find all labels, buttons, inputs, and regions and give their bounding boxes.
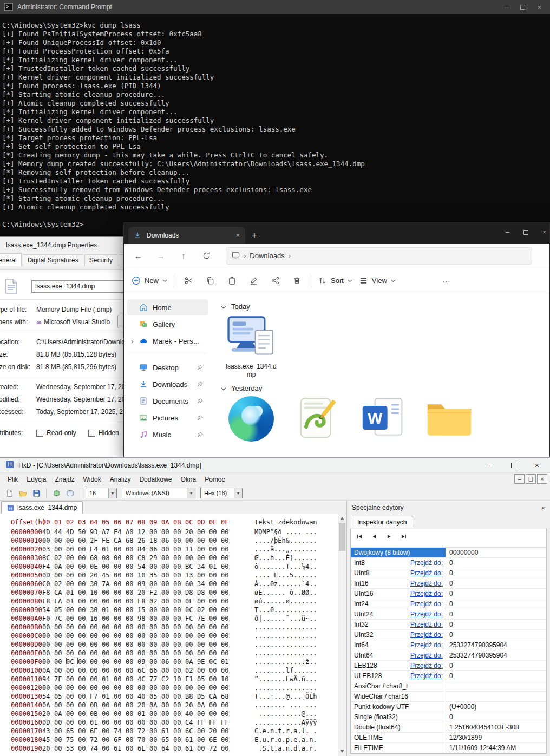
hex-byte[interactable]: 00 <box>42 623 54 632</box>
hex-byte[interactable]: 00 <box>78 735 90 744</box>
inspector-value[interactable]: 0 <box>446 589 546 599</box>
goto-link[interactable]: Przejdź do: <box>409 662 446 669</box>
hex-byte[interactable]: 00 <box>161 683 173 692</box>
save-button[interactable] <box>30 488 42 499</box>
hex-byte[interactable]: 05 <box>54 692 66 701</box>
hex-byte[interactable]: 00 <box>209 528 221 536</box>
sidebar-item-gallery[interactable]: Gallery <box>127 316 208 332</box>
hex-byte[interactable]: 00 <box>173 640 185 649</box>
hex-byte[interactable]: 00 <box>149 606 161 614</box>
hex-byte[interactable]: 6E <box>90 727 102 735</box>
cut-button[interactable] <box>181 273 196 288</box>
hex-byte[interactable]: 00 <box>197 683 209 692</box>
hex-byte[interactable]: 00 <box>114 562 126 571</box>
hex-byte[interactable]: 00 <box>173 580 185 588</box>
hex-byte[interactable]: 00 <box>126 683 138 692</box>
hex-byte[interactable]: 00 <box>114 632 126 640</box>
encoding-select[interactable]: Windows (ANSI)▼ <box>122 488 195 498</box>
hex-byte[interactable]: 00 <box>209 536 221 545</box>
hex-byte[interactable]: 00 <box>66 606 78 614</box>
inspector-value[interactable]: 0 <box>446 620 546 629</box>
hex-byte[interactable]: 00 <box>66 536 78 545</box>
hex-byte[interactable]: 00 <box>78 658 90 666</box>
hex-byte[interactable]: 00 <box>221 597 233 606</box>
hex-byte[interactable]: 00 <box>42 640 54 649</box>
open-disk-button[interactable] <box>64 488 76 499</box>
hex-byte[interactable]: 00 <box>149 528 161 536</box>
address-bar[interactable]: › Downloads › <box>226 247 532 265</box>
hex-byte[interactable]: 00 <box>54 536 66 545</box>
goto-link[interactable]: Przejdź do: <box>409 621 446 628</box>
hex-byte[interactable]: 00 <box>161 709 173 718</box>
explorer-tab-downloads[interactable]: Downloads × <box>128 227 245 244</box>
hex-byte[interactable]: 00 <box>54 623 66 632</box>
hex-byte[interactable]: 00 <box>126 718 138 727</box>
hex-byte[interactable]: 00 <box>209 675 221 683</box>
hex-byte[interactable]: 00 <box>209 580 221 588</box>
hex-byte[interactable]: 12 <box>138 528 149 536</box>
hex-byte[interactable]: 50 <box>78 528 90 536</box>
hex-byte[interactable]: 00 <box>221 649 233 658</box>
hex-byte[interactable]: 00 <box>209 683 221 692</box>
hex-byte[interactable]: 45 <box>102 571 114 580</box>
hex-byte[interactable]: 05 <box>149 692 161 701</box>
hex-byte[interactable]: 00 <box>126 658 138 666</box>
hex-byte[interactable]: 00 <box>173 554 185 562</box>
hex-view[interactable]: Offset(h) 000102030405060708090A0B0C0D0E… <box>0 514 346 756</box>
minimize-icon[interactable]: – <box>506 228 509 236</box>
hex-byte[interactable]: 01 <box>66 597 78 606</box>
goto-link[interactable]: Przejdź do: <box>409 610 446 618</box>
hex-byte[interactable]: 00 <box>197 571 209 580</box>
hex-byte[interactable]: 00 <box>126 562 138 571</box>
hex-byte[interactable]: 00 <box>209 588 221 597</box>
hex-byte[interactable]: 00 <box>149 727 161 735</box>
file-tile-edge[interactable] <box>224 396 278 442</box>
hex-byte[interactable]: 00 <box>114 718 126 727</box>
hex-byte[interactable]: 00 <box>126 709 138 718</box>
hex-byte[interactable]: 00 <box>78 545 90 554</box>
hex-byte[interactable]: 00 <box>197 554 209 562</box>
hex-byte[interactable]: 00 <box>102 614 114 623</box>
hex-byte[interactable]: 00 <box>78 744 90 753</box>
hex-byte[interactable]: 01 <box>102 606 114 614</box>
refresh-button[interactable] <box>197 247 216 265</box>
inspector-value[interactable]: 0 <box>446 568 546 578</box>
hex-byte[interactable]: 0A <box>197 701 209 709</box>
hex-byte[interactable]: 00 <box>138 623 149 632</box>
hex-byte[interactable]: 00 <box>102 588 114 597</box>
readonly-checkbox[interactable] <box>36 430 43 437</box>
hex-byte[interactable]: 7C <box>54 614 66 623</box>
hex-byte[interactable]: 00 <box>221 666 233 675</box>
hex-byte[interactable]: 00 <box>66 683 78 692</box>
hex-byte[interactable]: 00 <box>149 614 161 623</box>
hex-byte[interactable]: 00 <box>114 545 126 554</box>
hex-byte[interactable]: 00 <box>54 571 66 580</box>
goto-link[interactable]: Przejdź do: <box>409 580 446 587</box>
hex-byte[interactable]: 00 <box>149 735 161 744</box>
hex-byte[interactable]: 0A <box>149 701 161 709</box>
hex-byte[interactable]: 00 <box>138 649 149 658</box>
hex-byte[interactable]: 01 <box>102 692 114 701</box>
hex-byte[interactable]: F4 <box>114 528 126 536</box>
hex-byte[interactable]: 0A <box>42 666 54 675</box>
hex-byte[interactable]: 02 <box>54 554 66 562</box>
hex-byte[interactable]: 00 <box>173 666 185 675</box>
hex-byte[interactable]: 00 <box>126 554 138 562</box>
inspector-row-oletime[interactable]: OLETIME12/30/1899 <box>351 733 546 743</box>
hex-byte[interactable]: 00 <box>78 632 90 640</box>
open-ram-button[interactable] <box>50 488 62 499</box>
hex-byte[interactable]: 05 <box>197 675 209 683</box>
hex-byte[interactable]: 0F <box>185 597 197 606</box>
group-header-today[interactable]: Today <box>221 303 549 311</box>
hex-byte[interactable]: 98 <box>138 614 149 623</box>
hex-byte[interactable]: 10 <box>90 588 102 597</box>
hex-byte[interactable]: 00 <box>114 666 126 675</box>
hex-byte[interactable]: 00 <box>90 675 102 683</box>
hex-byte[interactable]: 00 <box>138 632 149 640</box>
hex-byte[interactable]: 00 <box>161 597 173 606</box>
hex-byte[interactable]: 00 <box>173 649 185 658</box>
hex-byte[interactable]: 00 <box>185 623 197 632</box>
hex-byte[interactable]: 74 <box>90 744 102 753</box>
hex-byte[interactable]: 00 <box>78 606 90 614</box>
hex-byte[interactable]: BC <box>185 562 197 571</box>
